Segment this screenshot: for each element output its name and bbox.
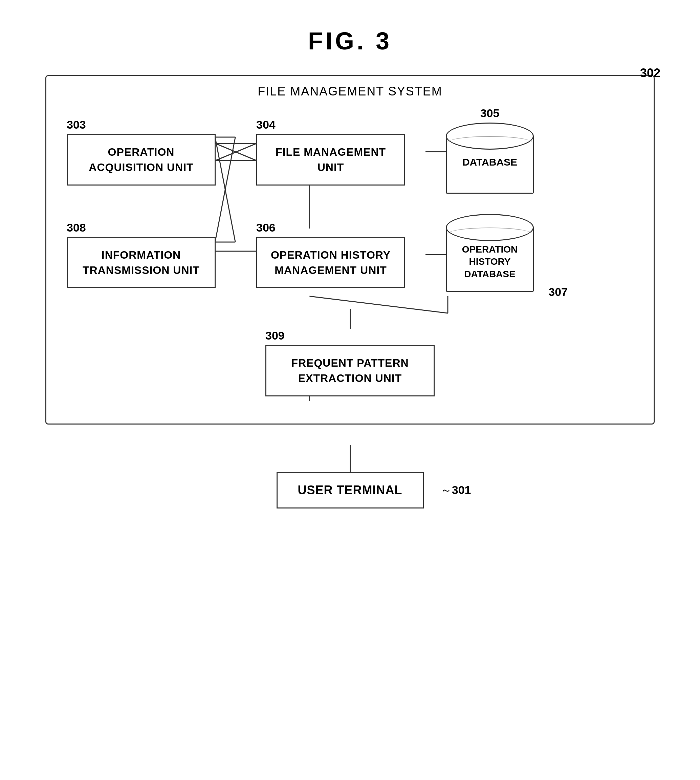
- connector-to-op-db: [425, 254, 446, 255]
- frequent-pattern-label: FREQUENT PATTERN EXTRACTION UNIT: [291, 355, 408, 386]
- inner-layout: 303 OPERATION ACQUISITION UNIT: [67, 97, 633, 397]
- ref-301: ～301: [440, 482, 471, 498]
- database-group: 305 DATABASE: [446, 107, 534, 197]
- ref-303: 303: [67, 118, 216, 132]
- connector-row1: [216, 123, 256, 181]
- user-terminal-label: USER TERMINAL: [298, 483, 402, 497]
- connector-row2: [216, 231, 256, 278]
- connector-to-user-terminal: [350, 445, 351, 472]
- ref-307: 307: [548, 285, 568, 298]
- ref-302: 302: [640, 66, 660, 80]
- info-transmission-box: INFORMATION TRANSMISSION UNIT: [67, 237, 216, 288]
- info-transmission-label: INFORMATION TRANSMISSION UNIT: [83, 247, 200, 278]
- op-history-db-label: OPERATION HISTORY DATABASE: [462, 243, 518, 280]
- file-management-group: 304 FILE MANAGEMENT UNIT: [256, 118, 405, 185]
- figure-title: FIG. 3: [308, 27, 392, 55]
- op-acquisition-label: OPERATION ACQUISITION UNIT: [89, 145, 193, 175]
- info-transmission-group: 308 INFORMATION TRANSMISSION UNIT: [67, 221, 216, 288]
- connector-to-frequent: [350, 309, 351, 329]
- fms-box: 302 FILE MANAGEMENT SYSTEM: [45, 75, 655, 425]
- ref-305: 305: [480, 107, 500, 120]
- file-management-label: FILE MANAGEMENT UNIT: [275, 145, 386, 175]
- ref-304: 304: [256, 118, 405, 132]
- ref-309: 309: [265, 329, 285, 342]
- op-acquisition-group: 303 OPERATION ACQUISITION UNIT: [67, 118, 216, 185]
- file-management-box: FILE MANAGEMENT UNIT: [256, 134, 405, 185]
- op-history-mgmt-group: 306 OPERATION HISTORY MANAGEMENT UNIT: [256, 221, 405, 288]
- database-label: DATABASE: [462, 157, 517, 168]
- ref-308: 308: [67, 221, 216, 234]
- diagram-container: 302 FILE MANAGEMENT SYSTEM: [45, 75, 655, 508]
- op-history-db-group: OPERATION HISTORY DATABASE 307: [446, 214, 534, 295]
- frequent-pattern-group: 309 FREQUENT PATTERN EXTRACTION UNIT: [265, 329, 435, 397]
- user-terminal-section: USER TERMINAL ～301: [45, 445, 655, 508]
- frequent-pattern-box: FREQUENT PATTERN EXTRACTION UNIT: [265, 345, 435, 397]
- op-history-mgmt-label: OPERATION HISTORY MANAGEMENT UNIT: [271, 247, 391, 278]
- op-history-mgmt-box: OPERATION HISTORY MANAGEMENT UNIT: [256, 237, 405, 288]
- connector-to-db: [425, 151, 446, 152]
- ref-306: 306: [256, 221, 405, 234]
- op-acquisition-box: OPERATION ACQUISITION UNIT: [67, 134, 216, 185]
- user-terminal-box: USER TERMINAL: [277, 472, 424, 508]
- page: FIG. 3 302 FILE MANAGEMENT SYSTEM: [27, 20, 673, 508]
